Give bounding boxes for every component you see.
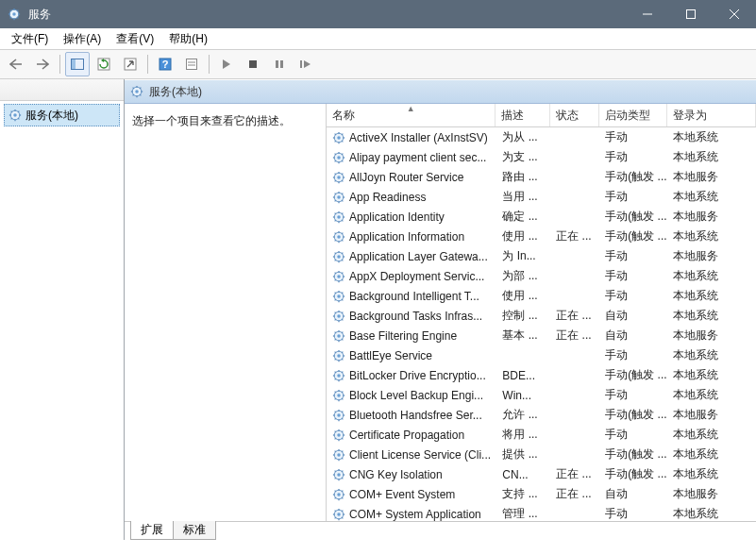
table-row[interactable]: Base Filtering Engine基本 ...正在 ...自动本地服务 bbox=[327, 326, 756, 345]
service-icon bbox=[332, 131, 345, 144]
svc-start: 手动(触发 ... bbox=[599, 228, 667, 244]
table-row[interactable]: Application Identity确定 ...手动(触发 ...本地服务 bbox=[327, 207, 756, 227]
table-row[interactable]: Certificate Propagation将用 ...手动本地系统 bbox=[327, 425, 756, 445]
service-icon bbox=[332, 369, 345, 382]
svc-desc: 管理 ... bbox=[496, 506, 550, 521]
svc-logon: 本地系统 bbox=[667, 149, 756, 165]
table-row[interactable]: Bluetooth Handsfree Ser...允许 ...手动(触发 ..… bbox=[327, 405, 756, 425]
description-pane: 选择一个项目来查看它的描述。 bbox=[125, 104, 327, 521]
svc-name: AppX Deployment Servic... bbox=[349, 270, 484, 283]
col-start[interactable]: 启动类型 bbox=[599, 104, 667, 126]
table-row[interactable]: Application Information使用 ...正在 ...手动(触发… bbox=[327, 227, 756, 246]
svc-start: 自动 bbox=[599, 486, 667, 502]
forward-button[interactable] bbox=[30, 52, 55, 76]
table-row[interactable]: CNG Key IsolationCN...正在 ...手动(触发 ...本地系… bbox=[327, 464, 756, 484]
svc-desc: CN... bbox=[496, 468, 550, 481]
table-row[interactable]: Alipay payment client sec...为支 ...手动本地系统 bbox=[327, 147, 756, 167]
svc-desc: 控制 ... bbox=[496, 308, 550, 324]
svc-name: Base Filtering Engine bbox=[349, 329, 457, 343]
svc-desc: 使用 ... bbox=[496, 288, 550, 304]
service-icon bbox=[332, 171, 345, 184]
table-row[interactable]: Client License Service (Cli...提供 ...手动(触… bbox=[327, 445, 756, 464]
col-status[interactable]: 状态 bbox=[550, 104, 599, 126]
table-row[interactable]: Application Layer Gatewa...为 In...手动本地服务 bbox=[327, 246, 756, 266]
svc-status: 正在 ... bbox=[550, 466, 599, 482]
service-icon bbox=[332, 191, 345, 204]
table-row[interactable]: Block Level Backup Engi...Win...手动本地系统 bbox=[327, 385, 756, 405]
menu-view[interactable]: 查看(V) bbox=[109, 29, 161, 49]
svc-logon: 本地系统 bbox=[667, 427, 756, 443]
close-button[interactable] bbox=[713, 0, 756, 28]
pause-button[interactable] bbox=[267, 52, 292, 76]
help-button[interactable]: ? bbox=[153, 52, 177, 76]
menu-help[interactable]: 帮助(H) bbox=[161, 29, 215, 49]
svc-logon: 本地系统 bbox=[667, 446, 756, 462]
svg-rect-11 bbox=[687, 10, 696, 19]
stop-button[interactable] bbox=[241, 52, 265, 76]
menu-file[interactable]: 文件(F) bbox=[4, 29, 56, 49]
panel-title: 服务(本地) bbox=[149, 84, 202, 100]
svc-desc: BDE... bbox=[496, 369, 550, 382]
svc-name: BitLocker Drive Encryptio... bbox=[349, 369, 486, 382]
export-button[interactable] bbox=[118, 52, 143, 76]
svc-start: 手动(触发 ... bbox=[599, 407, 667, 423]
table-row[interactable]: Background Tasks Infras...控制 ...正在 ...自动… bbox=[327, 306, 756, 326]
services-icon bbox=[130, 85, 143, 98]
tree-label: 服务(本地) bbox=[25, 108, 78, 124]
svc-start: 手动 bbox=[599, 347, 667, 363]
col-name[interactable]: 名称▲ bbox=[327, 104, 496, 126]
svc-desc: 支持 ... bbox=[496, 486, 550, 502]
table-row[interactable]: ActiveX Installer (AxInstSV)为从 ...手动本地系统 bbox=[327, 127, 756, 147]
services-icon bbox=[8, 109, 22, 122]
tree-header bbox=[0, 79, 124, 101]
show-hide-tree-button[interactable] bbox=[65, 52, 90, 76]
start-button[interactable] bbox=[214, 52, 239, 76]
svc-start: 手动(触发 ... bbox=[599, 446, 667, 462]
svc-logon: 本地服务 bbox=[667, 486, 756, 502]
svc-logon: 本地服务 bbox=[667, 328, 756, 344]
svc-start: 自动 bbox=[599, 328, 667, 344]
tree-node-services[interactable]: 服务(本地) bbox=[4, 104, 120, 126]
refresh-button[interactable] bbox=[92, 52, 116, 76]
table-row[interactable]: BattlEye Service手动本地系统 bbox=[327, 345, 756, 365]
restart-button[interactable] bbox=[294, 52, 318, 76]
table-row[interactable]: AppX Deployment Servic...为部 ...手动本地系统 bbox=[327, 266, 756, 286]
svc-desc: 将用 ... bbox=[496, 427, 550, 443]
svc-desc: 使用 ... bbox=[496, 228, 550, 244]
svc-desc: 为从 ... bbox=[496, 129, 550, 145]
svc-logon: 本地服务 bbox=[667, 248, 756, 264]
menu-action[interactable]: 操作(A) bbox=[56, 29, 109, 49]
col-logon[interactable]: 登录为 bbox=[667, 104, 756, 126]
svc-logon: 本地系统 bbox=[667, 129, 756, 145]
svc-start: 手动(触发 ... bbox=[599, 466, 667, 482]
tab-extended[interactable]: 扩展 bbox=[130, 521, 174, 540]
svg-rect-24 bbox=[276, 60, 278, 68]
svc-logon: 本地系统 bbox=[667, 367, 756, 383]
minimize-button[interactable] bbox=[626, 0, 669, 28]
properties-button[interactable] bbox=[179, 52, 204, 76]
svc-name: Certificate Propagation bbox=[349, 429, 464, 442]
table-row[interactable]: COM+ System Application管理 ...手动本地系统 bbox=[327, 504, 756, 521]
maximize-button[interactable] bbox=[669, 0, 713, 28]
table-row[interactable]: AllJoyn Router Service路由 ...手动(触发 ...本地服… bbox=[327, 167, 756, 187]
column-headers: 名称▲ 描述 状态 启动类型 登录为 bbox=[327, 104, 756, 127]
svg-rect-25 bbox=[280, 60, 283, 68]
svc-start: 手动 bbox=[599, 248, 667, 264]
service-icon bbox=[332, 409, 345, 422]
toolbar: ? bbox=[0, 50, 756, 79]
svc-name: Client License Service (Cli... bbox=[349, 448, 491, 462]
table-row[interactable]: Background Intelligent T...使用 ...手动本地系统 bbox=[327, 286, 756, 306]
table-row[interactable]: COM+ Event System支持 ...正在 ...自动本地服务 bbox=[327, 484, 756, 504]
svc-desc: Win... bbox=[496, 389, 550, 402]
svc-logon: 本地服务 bbox=[667, 169, 756, 185]
table-row[interactable]: App Readiness当用 ...手动本地系统 bbox=[327, 187, 756, 207]
svc-name: Bluetooth Handsfree Ser... bbox=[349, 409, 482, 422]
table-row[interactable]: BitLocker Drive Encryptio...BDE...手动(触发 … bbox=[327, 365, 756, 385]
back-button[interactable] bbox=[4, 52, 28, 76]
svc-desc: 为支 ... bbox=[496, 149, 550, 165]
tab-standard[interactable]: 标准 bbox=[173, 521, 216, 540]
window-title: 服务 bbox=[28, 7, 626, 23]
separator bbox=[59, 55, 60, 74]
col-desc[interactable]: 描述 bbox=[496, 104, 549, 126]
svc-desc: 基本 ... bbox=[496, 328, 550, 344]
